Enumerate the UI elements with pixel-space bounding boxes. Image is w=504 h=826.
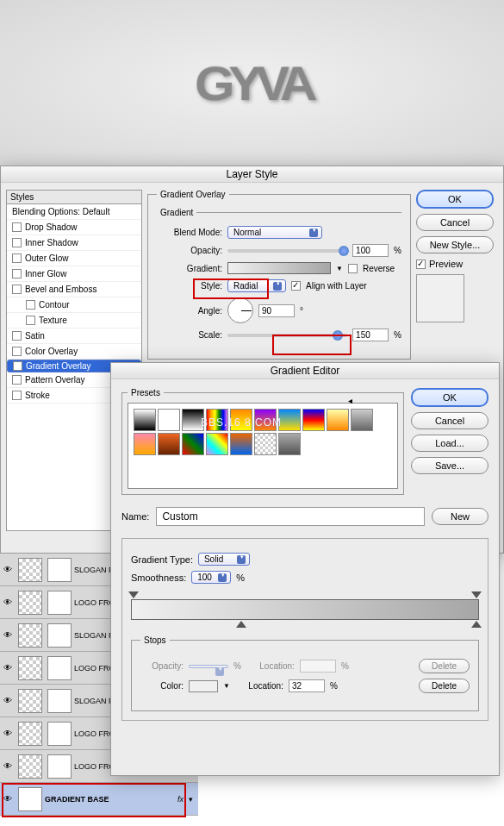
checkbox[interactable]: [12, 375, 22, 385]
eye-icon[interactable]: 👁: [0, 630, 16, 640]
style-outer-glow[interactable]: Outer Glow: [7, 251, 141, 266]
mask-thumb[interactable]: [47, 722, 72, 746]
align-checkbox[interactable]: [291, 281, 301, 291]
styles-header[interactable]: Styles: [6, 190, 142, 203]
checkbox[interactable]: [12, 331, 22, 341]
preset-swatch[interactable]: [134, 409, 156, 431]
style-inner-glow[interactable]: Inner Glow: [7, 266, 141, 282]
preview-checkbox[interactable]: [416, 260, 426, 269]
checkbox[interactable]: [12, 391, 22, 400]
layer-thumb[interactable]: [18, 656, 42, 680]
preset-swatch[interactable]: [327, 409, 349, 431]
blend-mode-select[interactable]: Normal: [227, 226, 322, 239]
stop-opacity-input[interactable]: [189, 665, 228, 668]
preset-swatch[interactable]: [351, 409, 373, 431]
ok-button[interactable]: OK: [416, 190, 494, 209]
new-style-button[interactable]: New Style...: [416, 236, 494, 253]
name-input[interactable]: [156, 507, 425, 526]
eye-icon[interactable]: 👁: [0, 696, 16, 705]
layer-row-selected[interactable]: 👁GRADIENT BASEfx▾: [0, 783, 198, 816]
style-inner-shadow[interactable]: Inner Shadow: [7, 235, 141, 251]
mask-thumb[interactable]: [47, 591, 72, 615]
opacity-stop-left[interactable]: [128, 591, 139, 598]
scale-slider[interactable]: [227, 334, 347, 337]
stop-color-swatch[interactable]: [189, 680, 218, 692]
preset-swatch[interactable]: [182, 433, 204, 455]
preset-swatch[interactable]: [134, 433, 156, 455]
ge-save-button[interactable]: Save...: [411, 457, 488, 474]
type-select[interactable]: Solid: [198, 553, 250, 566]
mask-thumb[interactable]: [47, 558, 72, 582]
eye-icon[interactable]: 👁: [0, 794, 16, 804]
eye-icon[interactable]: 👁: [0, 663, 16, 673]
style-color-overlay[interactable]: Color Overlay: [7, 344, 141, 360]
layer-thumb[interactable]: [18, 754, 42, 779]
mask-thumb[interactable]: [47, 623, 72, 648]
style-texture[interactable]: Texture: [7, 313, 141, 329]
eye-icon[interactable]: 👁: [0, 761, 16, 771]
gradient-preview[interactable]: [227, 262, 331, 274]
checkbox[interactable]: [12, 347, 22, 356]
layer-thumb[interactable]: [18, 787, 42, 811]
reverse-checkbox[interactable]: [348, 264, 358, 273]
stop-opacity-location[interactable]: [300, 660, 336, 673]
checkbox[interactable]: [13, 361, 22, 371]
checkbox[interactable]: [26, 316, 35, 325]
blending-options-row[interactable]: Blending Options: Default: [7, 204, 141, 220]
gradient-dropdown-icon[interactable]: ▼: [336, 265, 343, 272]
new-button[interactable]: New: [432, 508, 488, 525]
layer-thumb[interactable]: [18, 689, 42, 713]
eye-icon[interactable]: 👁: [0, 729, 16, 738]
preset-swatch[interactable]: [158, 433, 180, 455]
style-satin[interactable]: Satin: [7, 329, 141, 344]
color-stop-right[interactable]: [471, 621, 482, 628]
chevron-down-icon[interactable]: ▾: [189, 795, 193, 804]
color-stop-left[interactable]: [236, 621, 246, 628]
mask-thumb[interactable]: [47, 754, 72, 779]
ge-cancel-button[interactable]: Cancel: [411, 412, 488, 429]
eye-icon[interactable]: 👁: [0, 565, 16, 574]
preset-swatch[interactable]: [278, 433, 301, 455]
checkbox[interactable]: [12, 285, 22, 294]
checkbox[interactable]: [12, 269, 22, 278]
eye-icon[interactable]: 👁: [0, 598, 16, 607]
opacity-stop-right[interactable]: [471, 591, 482, 598]
checkbox[interactable]: [12, 238, 22, 247]
gradient-overlay-group: Gradient Overlay Gradient Blend Mode: No…: [147, 190, 411, 360]
fx-badge[interactable]: fx: [177, 795, 184, 804]
angle-dial[interactable]: [227, 297, 253, 323]
cancel-button[interactable]: Cancel: [416, 214, 494, 231]
gradient-bar[interactable]: [131, 599, 479, 620]
preset-swatch[interactable]: [302, 409, 325, 431]
checkbox[interactable]: [12, 222, 22, 232]
preset-swatch[interactable]: [254, 433, 277, 455]
angle-input[interactable]: [258, 304, 295, 317]
layer-thumb[interactable]: [18, 591, 42, 615]
mask-thumb[interactable]: [47, 689, 72, 713]
color-dropdown-icon[interactable]: ▼: [223, 682, 230, 690]
preset-swatch[interactable]: [206, 433, 228, 455]
delete-opacity-stop[interactable]: Delete: [419, 659, 470, 673]
opacity-input[interactable]: [352, 244, 389, 257]
checkbox[interactable]: [26, 300, 35, 310]
stop-color-location[interactable]: [289, 679, 325, 692]
opacity-slider[interactable]: [227, 249, 347, 253]
style-select[interactable]: Radial: [227, 279, 286, 292]
layer-thumb[interactable]: [18, 623, 42, 648]
layer-thumb[interactable]: [18, 558, 42, 582]
ge-ok-button[interactable]: OK: [411, 388, 488, 407]
style-bevel-emboss[interactable]: Bevel and Emboss: [7, 282, 141, 297]
scale-input[interactable]: [352, 329, 389, 341]
layer-thumb[interactable]: [18, 722, 42, 746]
style-contour[interactable]: Contour: [7, 297, 141, 313]
delete-color-stop[interactable]: Delete: [419, 679, 470, 693]
label: Drop Shadow: [25, 222, 78, 232]
checkbox[interactable]: [12, 253, 22, 263]
preset-swatch[interactable]: [158, 409, 180, 431]
mask-thumb[interactable]: [47, 656, 72, 680]
presets-menu-icon[interactable]: ◂: [348, 396, 352, 405]
smooth-input[interactable]: 100: [191, 571, 231, 584]
preset-swatch[interactable]: [230, 433, 252, 455]
style-drop-shadow[interactable]: Drop Shadow: [7, 220, 141, 235]
ge-load-button[interactable]: Load...: [411, 435, 488, 452]
